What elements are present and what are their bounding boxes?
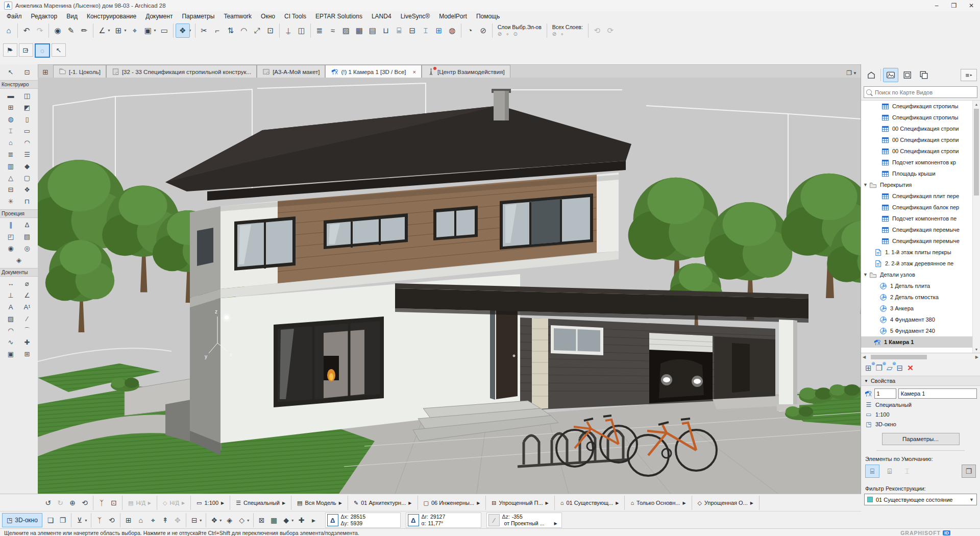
view-name-field[interactable]: Камера 1 <box>898 388 977 399</box>
lock-elements-icon[interactable]: ⊘ <box>477 24 490 37</box>
coord-value[interactable]: 29127 <box>430 514 445 520</box>
tree-item[interactable]: Спецификация стропилы <box>861 112 980 123</box>
flyout-arrow-icon[interactable]: ▶ <box>182 501 185 505</box>
move-icon[interactable]: ❖ <box>176 23 190 38</box>
new-folder-button[interactable]: ▱⊕ <box>887 363 893 373</box>
favorites-folder-button[interactable]: ❐ <box>962 465 976 478</box>
tree-item[interactable]: 2. 2-й этаж деревянное пе <box>861 258 980 269</box>
tool-corner-window[interactable]: ◩ <box>20 102 34 113</box>
tool-drawing[interactable]: ⊞ <box>20 349 34 359</box>
coordinates-icon[interactable]: ⌖ <box>128 24 141 37</box>
layer-mini-icon[interactable]: ∘ <box>506 31 509 37</box>
properties-header[interactable]: ▼Свойства <box>861 376 980 386</box>
tool-zone[interactable]: ▢ <box>20 173 34 183</box>
paint-icon[interactable]: ⌸ <box>393 24 406 37</box>
pen-set-cell[interactable]: ✎01 Архитектурн...▶ <box>350 500 415 506</box>
orbit-icon[interactable]: ⟲ <box>79 497 91 509</box>
menu-livesync-[interactable]: LiveSync® <box>396 12 435 21</box>
tool-arc[interactable]: ◠ <box>4 325 18 336</box>
coord-value[interactable]: -355 <box>512 514 523 520</box>
tree-item[interactable]: Спецификация перемыче <box>861 235 980 247</box>
default-structure-icon[interactable]: ⌸ <box>865 465 879 478</box>
zoom-in-icon[interactable]: ⊕ <box>66 497 79 509</box>
view-settings-button[interactable]: ⊟ <box>897 363 903 373</box>
louvre-ops-icon[interactable]: ▤ <box>366 24 379 37</box>
dropdown-arrow-icon[interactable]: ▼ <box>199 519 203 522</box>
layout-book-icon[interactable] <box>900 68 915 82</box>
walk-mode-icon[interactable]: ᛉ <box>93 514 106 526</box>
scroll-up-icon[interactable]: ▲ <box>973 101 980 108</box>
resize-icon[interactable]: ⤢ <box>251 24 264 37</box>
schedule-grid-icon[interactable]: ⊞ <box>432 24 446 37</box>
flyout-arrow-icon[interactable]: ▶ <box>339 501 342 505</box>
tool-select[interactable]: ↖ <box>4 67 18 78</box>
tool-radial-dimension[interactable]: ⌀ <box>20 278 34 289</box>
flyout-arrow-icon[interactable]: ▶ <box>221 501 224 505</box>
tree-item[interactable]: ▼Детали узлов <box>861 269 980 280</box>
save-current-view-button[interactable]: ⊞⊕ <box>865 363 872 373</box>
flyout-arrow-icon[interactable]: ▶ <box>282 501 285 505</box>
tree-item[interactable]: 00 Спецификация стропи <box>861 145 980 157</box>
tree-item[interactable]: Подсчет компонентов кр <box>861 157 980 168</box>
chevron-down-icon[interactable]: ▼ <box>863 272 869 277</box>
view-settings-button[interactable]: Параметры... <box>882 433 960 445</box>
menu-конструирование[interactable]: Конструирование <box>82 12 141 21</box>
tool-window[interactable]: ⊞ <box>4 102 18 113</box>
fit-in-window-icon[interactable]: ⊡ <box>108 497 120 509</box>
menu-land4[interactable]: LAND4 <box>367 12 396 21</box>
tree-item[interactable]: Спецификация плит пере <box>861 190 980 202</box>
dropdown-arrow-icon[interactable]: ▼ <box>219 519 223 522</box>
tree-hscrollbar[interactable]: ◀ ▶ <box>861 353 980 360</box>
model-filter-cell[interactable]: ▤Вся Модель▶ <box>293 500 346 506</box>
tree-item[interactable]: 1. 1-й этаж плиты перкры <box>861 247 980 258</box>
scroll-thumb[interactable] <box>974 109 979 196</box>
renovation-filter-cell[interactable]: ⌂01 Существующ...▶ <box>557 500 623 506</box>
view-id-field[interactable]: 1 <box>874 388 896 399</box>
tool-beam[interactable]: ⌶ <box>4 126 18 136</box>
flyout-arrow-icon[interactable]: ▶ <box>554 520 557 527</box>
home-icon[interactable]: ⌂ <box>2 24 15 37</box>
trim-icon[interactable]: ⌐ <box>211 24 224 37</box>
tree-item[interactable]: 00 Спецификация стропи <box>861 134 980 145</box>
tree-item[interactable]: 4 Фундамент 380 <box>861 314 980 325</box>
tree-item[interactable]: 00 Спецификация стропи <box>861 123 980 134</box>
dimension-guide-icon[interactable]: ⍊ <box>282 24 295 37</box>
door-swing-icon[interactable]: ◫ <box>295 24 308 37</box>
tool-object[interactable]: ❖ <box>20 184 34 195</box>
delete-view-button[interactable]: ✕ <box>907 363 914 373</box>
tool-column[interactable]: ▯ <box>20 114 34 125</box>
renovation-filter-select[interactable]: 01 Существующее состояние ▼ <box>864 494 977 505</box>
orbit-mode-icon[interactable]: ⟲ <box>106 514 118 526</box>
steel-profile-icon[interactable]: ⌶ <box>419 24 432 37</box>
tool-camera[interactable]: ◎ <box>20 243 34 254</box>
tool-level-dimension[interactable]: ⊥ <box>4 290 18 301</box>
favorites-button[interactable]: ⚑▸ <box>3 43 17 57</box>
plumb-icon[interactable]: ⊔ <box>379 24 393 37</box>
tool-section[interactable]: ∥ <box>4 220 18 230</box>
layer-mini-icon[interactable]: ⊘ <box>552 31 556 37</box>
scroll-left-icon[interactable]: ◀ <box>863 355 866 359</box>
search-input[interactable] <box>874 89 975 96</box>
zoom-grid-icon[interactable]: ⊞ <box>122 514 135 526</box>
tool-text[interactable]: A <box>4 302 18 312</box>
measure-icon[interactable]: ▭ <box>158 24 171 37</box>
menu-параметры[interactable]: Параметры <box>177 12 219 21</box>
tree-item[interactable]: 2 Деталь отмостка <box>861 291 980 303</box>
guide-lines-icon[interactable]: ∠ <box>95 24 109 37</box>
tool-line[interactable]: ∕ <box>20 313 34 324</box>
axonometry-icon[interactable]: ❐ <box>57 514 69 526</box>
tool-hotspot[interactable]: ✚ <box>20 337 34 348</box>
delta-toggle-button[interactable]: Δ <box>327 514 338 526</box>
tool-polyline[interactable]: ⌒ <box>20 325 34 336</box>
tool-stair[interactable]: ≣ <box>4 149 18 160</box>
flyout-arrow-icon[interactable]: ▶ <box>477 501 480 505</box>
view-back-icon[interactable]: ↺ <box>42 497 54 509</box>
tool-detail[interactable]: ◉ <box>4 243 18 254</box>
3d-viewport[interactable]: z y x <box>38 78 861 494</box>
add-coordinate-icon[interactable]: ✚ <box>296 514 308 526</box>
grid-display-icon[interactable]: ▦ <box>268 514 280 526</box>
tool-worksheet[interactable]: ▤ <box>20 231 34 242</box>
graphic-override-cell[interactable]: ◇Упрощенная О...▶ <box>694 500 757 506</box>
brick-ops-icon[interactable]: ▦ <box>353 24 366 37</box>
tree-item[interactable]: Спецификация перемыче <box>861 224 980 235</box>
